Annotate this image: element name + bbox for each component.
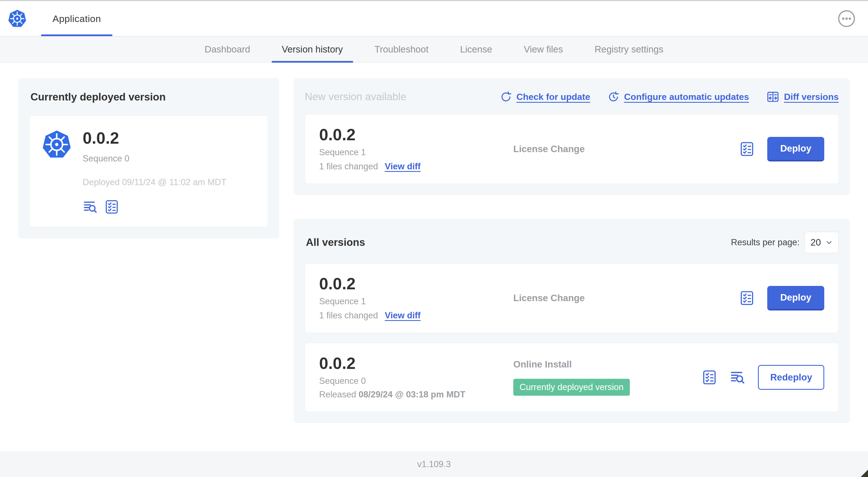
current-version-card: 0.0.2 Sequence 0 Deployed 09/11/24 @ 11:… [29,115,268,227]
tab-label: View files [524,44,563,55]
version-number: 0.0.2 [319,275,513,292]
link-label: Check for update [517,92,590,102]
version-number: 0.0.2 [319,355,513,371]
tab-registry-settings[interactable]: Registry settings [584,36,674,62]
deploy-button[interactable]: Deploy [767,286,824,310]
new-version-panel: New version available Check for update C… [293,78,850,195]
source-label: Online Install [513,359,702,370]
view-diff-link[interactable]: View diff [385,161,421,172]
version-source: Online Install Currently deployed versio… [513,359,702,396]
released-prefix: Released [319,389,359,399]
current-version-column: Currently deployed version 0.0.2 Sequenc… [18,78,279,239]
results-per-page-select[interactable]: 20 [805,232,839,253]
tab-view-files[interactable]: View files [514,36,573,62]
app-header: Application [0,1,868,36]
new-version-title: New version available [305,91,406,103]
app-subnav: Dashboard Version history Troubleshoot L… [0,36,868,63]
check-for-update-link[interactable]: Check for update [500,91,590,103]
current-version-details: 0.0.2 Sequence 0 Deployed 09/11/24 @ 11:… [83,130,226,214]
version-action-links: Check for update Configure automatic upd… [500,90,839,103]
diff-columns-icon [767,90,779,103]
source-label: License Change [513,144,739,154]
tab-label: Version history [282,44,343,55]
sequence-label: Sequence 0 [319,376,513,386]
released-date: 08/29/24 @ 03:18 pm MDT [359,389,465,399]
preflight-checks-icon [702,369,717,385]
released-timestamp: Released 08/29/24 @ 03:18 pm MDT [319,389,513,400]
version-row: 0.0.2 Sequence 0 Released 08/29/24 @ 03:… [305,343,839,412]
results-per-page-value: 20 [810,237,821,248]
version-info: 0.0.2 Sequence 0 Released 08/29/24 @ 03:… [319,355,513,400]
deployed-timestamp: Deployed 09/11/24 @ 11:02 am MDT [83,177,226,187]
versions-column: New version available Check for update C… [293,78,850,423]
files-changed-row: 1 files changed View diff [319,310,513,321]
preflight-checks-icon [104,199,119,214]
preflight-checks-button[interactable] [739,290,755,306]
preflight-checks-button[interactable] [104,199,119,214]
clock-refresh-icon [608,91,619,103]
mouse-cursor [859,468,868,477]
currently-deployed-badge: Currently deployed version [513,379,630,396]
ellipsis-icon [838,9,856,28]
deploy-button[interactable]: Deploy [767,137,824,161]
version-info: 0.0.2 Sequence 1 1 files changed View di… [319,275,513,321]
new-version-card: 0.0.2 Sequence 1 1 files changed View di… [305,114,839,184]
results-per-page-label: Results per page: [731,237,799,247]
files-changed-row: 1 files changed View diff [319,161,513,172]
preflight-checks-button[interactable] [702,369,717,385]
link-label: Configure automatic updates [624,92,749,102]
tab-label: Registry settings [595,44,663,55]
view-diff-link[interactable]: View diff [385,310,421,321]
new-version-header: New version available Check for update C… [305,89,839,104]
all-versions-title: All versions [306,237,365,248]
view-logs-icon [730,369,746,385]
chevron-down-icon [826,239,833,246]
tab-dashboard[interactable]: Dashboard [194,36,260,62]
current-version-title: Currently deployed version [30,91,268,103]
version-history-page: Application Dashboard Version history Tr… [0,0,868,477]
more-menu-button[interactable] [838,9,856,28]
refresh-icon [500,91,512,103]
current-version-actions [83,199,226,214]
link-label: Diff versions [784,92,839,102]
results-per-page: Results per page: 20 [731,232,839,253]
files-changed-label: 1 files changed [319,310,378,321]
tab-troubleshoot[interactable]: Troubleshoot [364,36,438,62]
preflight-checks-icon [739,290,755,306]
version-source: License Change [513,293,739,303]
application-tab-label: Application [53,13,101,24]
tab-license[interactable]: License [450,36,502,62]
sequence-label: Sequence 1 [319,147,513,157]
redeploy-button[interactable]: Redeploy [758,365,824,390]
tab-label: License [460,44,492,55]
all-versions-header: All versions Results per page: 20 [306,232,839,253]
version-actions: Deploy [739,137,824,161]
console-version-label: v1.109.3 [417,459,451,469]
sequence-label: Sequence 1 [319,296,513,306]
source-label: License Change [513,293,739,303]
preflight-checks-button[interactable] [739,141,755,157]
tab-label: Troubleshoot [374,44,428,55]
diff-versions-link[interactable]: Diff versions [767,90,839,103]
view-logs-button[interactable] [83,199,98,214]
configure-automatic-updates-link[interactable]: Configure automatic updates [608,91,749,103]
version-row: 0.0.2 Sequence 1 1 files changed View di… [305,263,839,333]
kubernetes-logo-icon [42,130,71,159]
application-tab[interactable]: Application [41,1,112,36]
view-logs-button[interactable] [730,369,746,385]
sequence-label: Sequence 0 [83,153,226,164]
version-number: 0.0.2 [319,126,513,143]
version-actions: Redeploy [702,365,824,390]
version-source: License Change [513,144,739,154]
version-info: 0.0.2 Sequence 1 1 files changed View di… [319,126,513,172]
main-content: Currently deployed version 0.0.2 Sequenc… [0,63,868,451]
version-actions: Deploy [739,286,824,310]
view-logs-icon [83,199,98,214]
kubernetes-logo-icon [8,9,27,28]
all-versions-panel: All versions Results per page: 20 [293,219,850,423]
tab-version-history[interactable]: Version history [272,36,353,62]
files-changed-label: 1 files changed [319,161,378,172]
preflight-checks-icon [739,141,755,157]
app-footer: v1.109.3 [0,451,868,477]
current-version-panel: Currently deployed version 0.0.2 Sequenc… [18,78,279,239]
